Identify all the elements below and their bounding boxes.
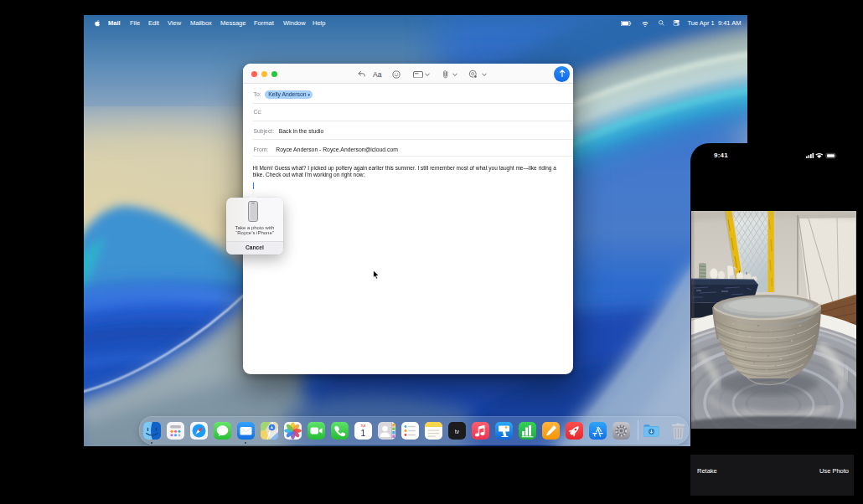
svg-text:1: 1	[360, 427, 365, 437]
svg-text:tv: tv	[454, 428, 459, 434]
